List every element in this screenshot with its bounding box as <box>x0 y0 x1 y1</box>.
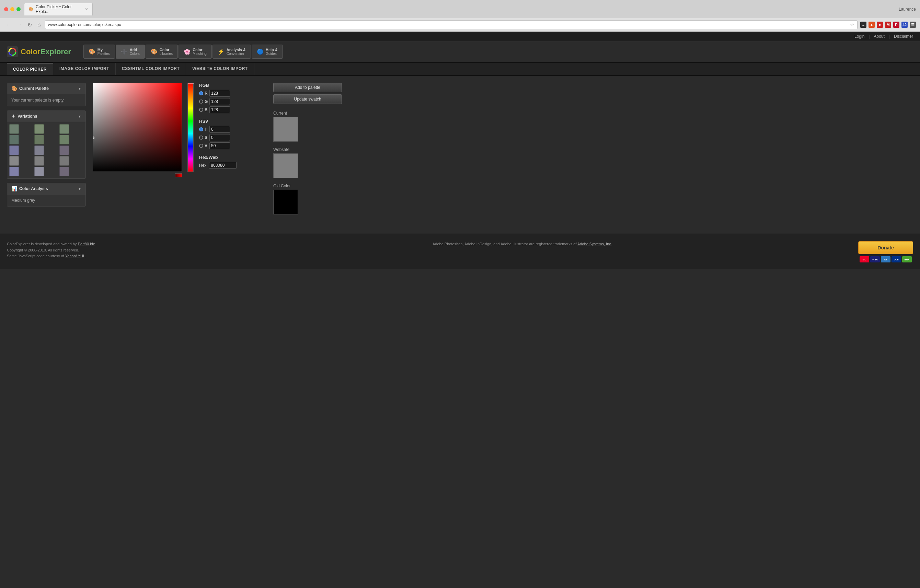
back-button[interactable]: ← <box>4 21 12 29</box>
variation-swatch[interactable] <box>9 145 19 155</box>
tab-color-picker[interactable]: COLOR PICKER <box>7 63 53 75</box>
ext-gmail-icon[interactable]: M <box>885 22 891 28</box>
current-palette-body: Your current palette is empty. <box>7 94 86 106</box>
rgb-g-input[interactable] <box>209 98 230 105</box>
old-color-preview: Old Color <box>273 184 342 215</box>
color-analysis-header[interactable]: 📊 Color Analysis ▼ <box>7 183 86 194</box>
variation-swatch[interactable] <box>34 145 44 155</box>
browser-extensions: ≡ ▲ ● M P 42 ☰ <box>860 22 916 28</box>
opacity-mini-slider[interactable] <box>175 173 182 178</box>
rgb-r-radio[interactable] <box>199 91 203 95</box>
rgb-g-radio[interactable] <box>199 100 203 103</box>
current-palette-header[interactable]: 🎨 Current Palette ▼ <box>7 83 86 94</box>
rgb-r-input[interactable] <box>209 90 230 97</box>
footer-col-1: ColorExplorer is developed and owned by … <box>7 241 426 262</box>
maximize-dot[interactable] <box>16 7 21 11</box>
variation-swatch[interactable] <box>9 135 19 144</box>
add-to-palette-button[interactable]: Add to palette <box>273 83 342 92</box>
ext-icon-5[interactable]: 42 <box>901 22 908 28</box>
hex-input[interactable] <box>209 162 236 169</box>
bookmark-icon[interactable]: ☆ <box>850 22 854 27</box>
payment-jcb-icon: JCB <box>891 256 901 262</box>
old-color-label: Old Color <box>273 184 342 188</box>
ext-icon-1[interactable]: ▲ <box>868 22 875 28</box>
update-swatch-button[interactable]: Update swatch <box>273 94 342 104</box>
nav-palettes-labels: My Palettes <box>97 48 110 56</box>
nav-my-palettes[interactable]: 🎨 My Palettes <box>83 45 115 59</box>
hsv-v-label: V <box>205 144 208 148</box>
hex-label: Hex/Web <box>199 155 268 160</box>
color-gradient-canvas[interactable] <box>93 83 182 172</box>
close-dot[interactable] <box>4 7 8 11</box>
variations-icon: ✦ <box>11 113 15 119</box>
footer-dot: . <box>96 242 97 246</box>
hue-slider[interactable] <box>188 83 194 172</box>
nav-add-labels: Add Colors <box>130 48 140 56</box>
hsv-group: HSV H S V <box>199 119 268 149</box>
ext-pinterest-icon[interactable]: P <box>893 22 899 28</box>
variation-swatch[interactable] <box>9 124 19 134</box>
disclaimer-link[interactable]: Disclaimer <box>894 34 913 39</box>
hsv-s-input[interactable] <box>209 134 230 141</box>
login-link[interactable]: Login <box>854 34 864 39</box>
variation-swatch[interactable] <box>34 135 44 144</box>
footer-adobe-link[interactable]: Adobe Systems, Inc. <box>577 242 612 246</box>
variation-swatch[interactable] <box>34 167 44 176</box>
tab-website-color-import[interactable]: WEBSITE COLOR IMPORT <box>186 63 254 75</box>
hsv-h-input[interactable] <box>209 126 230 133</box>
variation-swatch[interactable] <box>59 145 69 155</box>
minimize-dot[interactable] <box>10 7 15 11</box>
nav-color-matching[interactable]: 🌸 Color Matching <box>178 45 212 59</box>
reload-button[interactable]: ↻ <box>26 21 33 29</box>
footer-copyright: Copyright © 2008-2010. All rights reserv… <box>7 248 79 252</box>
footer-donate-col: Donate MC VISA AE JCB BNK <box>858 241 913 262</box>
color-controls: RGB R G B <box>199 83 268 220</box>
home-button[interactable]: ⌂ <box>36 21 42 29</box>
forward-button[interactable]: → <box>15 21 23 29</box>
nav-analysis-conversion[interactable]: ⚡ Analysis & Conversion <box>212 45 251 59</box>
payment-visa-icon: VISA <box>870 256 880 262</box>
variations-body <box>7 122 86 178</box>
footer-col-2: Adobe Photoshop, Adobe InDesign, and Ado… <box>432 241 851 262</box>
separator-2: | <box>889 34 890 39</box>
hsv-v-radio[interactable] <box>199 144 203 148</box>
footer-port80-link[interactable]: Port80.biz <box>78 242 95 246</box>
footer-js-text: Some JavaScript code courtesy of <box>7 254 65 258</box>
logo[interactable]: ColorExplorer <box>7 46 71 57</box>
footer-text-1: ColorExplorer is developed and owned by <box>7 242 78 246</box>
donate-button[interactable]: Donate <box>858 241 913 254</box>
footer: ColorExplorer is developed and owned by … <box>0 234 920 269</box>
variation-swatch[interactable] <box>59 124 69 134</box>
variation-swatch[interactable] <box>59 167 69 176</box>
variation-swatch[interactable] <box>59 156 69 166</box>
libraries-icon: 🎨 <box>151 48 157 55</box>
rgb-g-row: G <box>199 98 268 105</box>
tab-css-html-color-import[interactable]: CSS/HTML COLOR IMPORT <box>116 63 186 75</box>
variation-swatch[interactable] <box>34 156 44 166</box>
analysis-icon: ⚡ <box>218 48 225 55</box>
tab-close-button[interactable]: ✕ <box>85 7 88 12</box>
current-color-label: Current <box>273 111 342 116</box>
nav-color-libraries[interactable]: 🎨 Color Libraries <box>146 45 178 59</box>
hsv-s-radio[interactable] <box>199 136 203 140</box>
address-bar[interactable]: www.colorexplorer.com/colorpicker.aspx ☆ <box>45 20 857 29</box>
ext-layers-icon[interactable]: ≡ <box>860 22 867 28</box>
variation-swatch[interactable] <box>34 124 44 134</box>
variations-header[interactable]: ✦ Variations ▼ <box>7 111 86 122</box>
ext-menu-icon[interactable]: ☰ <box>910 22 916 28</box>
nav-add-colors[interactable]: ➕ Add Colors <box>116 45 145 59</box>
variation-swatch[interactable] <box>59 135 69 144</box>
hsv-v-input[interactable] <box>209 142 230 149</box>
variation-swatch[interactable] <box>9 167 19 176</box>
browser-tab[interactable]: 🎨 Color Picker • Color Explo... ✕ <box>24 3 93 15</box>
rgb-b-radio[interactable] <box>199 108 203 112</box>
tab-image-color-import[interactable]: IMAGE COLOR IMPORT <box>53 63 116 75</box>
ext-icon-2[interactable]: ● <box>877 22 883 28</box>
about-link[interactable]: About <box>874 34 884 39</box>
hsv-h-radio[interactable] <box>199 127 203 131</box>
variation-swatch[interactable] <box>9 156 19 166</box>
footer-yui-link[interactable]: Yahoo! YUI <box>65 254 84 258</box>
nav-help-guides[interactable]: 🔵 Help & Guides <box>252 45 283 59</box>
color-picker-main: RGB R G B <box>93 83 913 220</box>
rgb-b-input[interactable] <box>209 107 230 113</box>
